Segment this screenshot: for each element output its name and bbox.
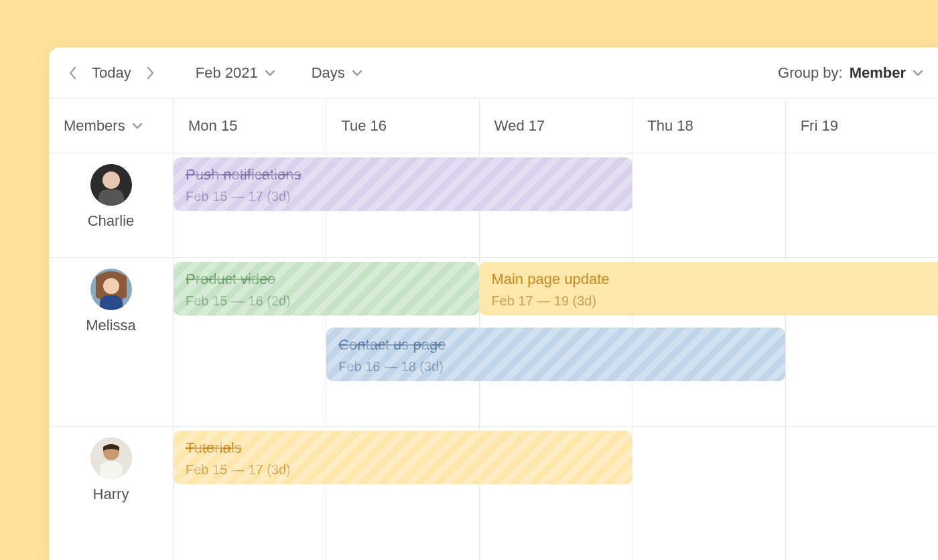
- member-name: Harry: [93, 486, 129, 503]
- task-title: Push notifications: [186, 165, 620, 185]
- timeline-body: Charlie Melissa Harry P: [49, 153, 938, 560]
- member-lane-charlie: Push notifications Feb 15 — 17 (3d): [174, 153, 938, 258]
- next-button[interactable]: [141, 64, 159, 82]
- day-column-header: Fri 19: [786, 98, 938, 153]
- task-main-page-update[interactable]: Main page update Feb 17 — 19 (3d): [479, 262, 938, 316]
- avatar: [90, 164, 132, 206]
- group-by-label: Group by:: [778, 64, 843, 82]
- member-name: Charlie: [88, 212, 135, 230]
- chevron-right-icon: [145, 66, 155, 80]
- app-window: Today Feb 2021 Days Group by: Member Mem…: [49, 48, 938, 560]
- chevron-down-icon: [265, 69, 275, 77]
- chevron-left-icon: [68, 66, 78, 80]
- task-title: Tutorials: [186, 439, 620, 458]
- column-header-row: Members Mon 15 Tue 16 Wed 17 Thu 18 Fri …: [49, 98, 938, 153]
- members-column-picker[interactable]: Members: [49, 98, 174, 153]
- day-column-header: Mon 15: [174, 98, 326, 153]
- member-lane-melissa: Product video Feb 15 — 16 (2d) Main page…: [174, 258, 938, 427]
- task-dates: Feb 15 — 17 (3d): [186, 189, 620, 204]
- timeline-lanes: Push notifications Feb 15 — 17 (3d) Prod…: [174, 153, 938, 560]
- task-title: Main page update: [491, 270, 926, 289]
- task-title: Contact us page: [338, 336, 773, 355]
- task-dates: Feb 17 — 19 (3d): [491, 293, 926, 309]
- chevron-down-icon: [132, 122, 143, 130]
- today-nav-group: Today: [64, 64, 159, 82]
- member-name: Melissa: [86, 317, 136, 334]
- task-contact-us-page[interactable]: Contact us page Feb 16 — 18 (3d): [326, 328, 785, 381]
- task-push-notifications[interactable]: Push notifications Feb 15 — 17 (3d): [174, 157, 632, 211]
- task-dates: Feb 16 — 18 (3d): [338, 359, 773, 374]
- chevron-down-icon: [352, 69, 362, 77]
- day-label: Tue 16: [341, 117, 387, 135]
- toolbar: Today Feb 2021 Days Group by: Member: [49, 48, 938, 98]
- svg-point-3: [103, 171, 120, 189]
- avatar: [90, 437, 132, 479]
- day-label: Thu 18: [647, 117, 693, 135]
- day-column-header: Wed 17: [480, 98, 632, 153]
- members-column-label: Members: [64, 117, 125, 135]
- day-label: Wed 17: [494, 117, 545, 135]
- task-dates: Feb 15 — 16 (2d): [186, 293, 467, 309]
- member-row: Melissa: [49, 258, 173, 427]
- group-by-value: Member: [850, 64, 906, 82]
- task-product-video[interactable]: Product video Feb 15 — 16 (2d): [174, 262, 479, 316]
- group-by-picker[interactable]: Member: [850, 64, 923, 82]
- svg-rect-8: [100, 295, 123, 310]
- day-label: Fri 19: [801, 117, 838, 135]
- task-title: Product video: [186, 270, 467, 289]
- month-picker[interactable]: Feb 2021: [196, 64, 275, 82]
- view-picker[interactable]: Days: [312, 64, 362, 82]
- svg-rect-12: [100, 462, 123, 479]
- svg-rect-4: [98, 190, 124, 206]
- task-tutorials[interactable]: Tutorials Feb 15 — 17 (3d): [174, 431, 632, 484]
- day-column-header: Thu 18: [632, 98, 785, 153]
- prev-button[interactable]: [64, 64, 82, 82]
- member-lane-harry: Tutorials Feb 15 — 17 (3d): [174, 427, 938, 560]
- avatar: [90, 269, 132, 310]
- task-dates: Feb 15 — 17 (3d): [186, 462, 620, 478]
- day-column-header: Tue 16: [326, 98, 479, 153]
- month-label: Feb 2021: [196, 64, 258, 82]
- member-row: Harry: [49, 427, 173, 560]
- day-label: Mon 15: [188, 117, 237, 135]
- member-row: Charlie: [49, 153, 173, 258]
- today-button[interactable]: Today: [92, 64, 131, 82]
- svg-point-7: [103, 278, 119, 294]
- chevron-down-icon: [913, 69, 923, 77]
- members-sidebar: Charlie Melissa Harry: [49, 153, 174, 560]
- view-label: Days: [312, 64, 345, 82]
